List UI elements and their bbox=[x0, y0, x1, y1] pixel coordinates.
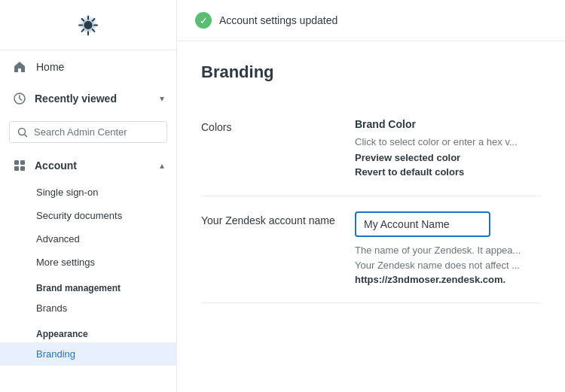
sidebar-home-label: Home bbox=[36, 61, 164, 73]
sidebar: Home Recently viewed ▾ Account bbox=[0, 0, 177, 392]
colors-setting-row: Colors Brand Color Click to select color… bbox=[201, 103, 541, 196]
account-name-input[interactable] bbox=[355, 211, 490, 237]
clock-icon bbox=[12, 91, 27, 106]
account-name-content: The name of your Zendesk. It appea... Yo… bbox=[355, 211, 541, 287]
sidebar-item-account[interactable]: Account ▴ bbox=[0, 150, 176, 181]
svg-rect-15 bbox=[20, 166, 25, 171]
svg-point-11 bbox=[19, 128, 26, 135]
appearance-label: Appearance bbox=[0, 320, 176, 342]
sidebar-item-security-documents[interactable]: Security documents bbox=[0, 204, 176, 227]
colors-label: Colors bbox=[201, 118, 337, 133]
hint-line1: The name of your Zendesk. It appea... bbox=[355, 245, 521, 256]
logo bbox=[0, 0, 176, 50]
sidebar-item-advanced[interactable]: Advanced bbox=[0, 227, 176, 251]
sidebar-item-recently-viewed[interactable]: Recently viewed ▾ bbox=[0, 84, 176, 114]
recently-viewed-label: Recently viewed bbox=[35, 93, 152, 105]
hint-url: https://z3ndmoser.zendesk.com. bbox=[355, 274, 505, 285]
search-input[interactable] bbox=[34, 126, 159, 138]
preview-color-action[interactable]: Preview selected color bbox=[355, 152, 541, 163]
notification-bar: ✓ Account settings updated bbox=[177, 0, 565, 41]
svg-point-9 bbox=[84, 21, 92, 29]
sidebar-item-home[interactable]: Home bbox=[0, 50, 176, 84]
brand-color-hint: Click to select color or enter a hex v..… bbox=[355, 136, 541, 147]
success-icon: ✓ bbox=[195, 12, 212, 29]
account-name-label: Your Zendesk account name bbox=[201, 211, 337, 226]
notification-text: Account settings updated bbox=[219, 14, 337, 26]
account-name-setting-row: Your Zendesk account name The name of yo… bbox=[201, 196, 541, 303]
grid-icon bbox=[12, 158, 27, 173]
colors-content: Brand Color Click to select color or ent… bbox=[355, 118, 541, 181]
page-body: Branding Colors Brand Color Click to sel… bbox=[177, 41, 565, 324]
sidebar-item-single-sign-on[interactable]: Single sign-on bbox=[0, 181, 176, 204]
sidebar-item-brands[interactable]: Brands bbox=[0, 296, 176, 320]
zendesk-logo-icon bbox=[70, 14, 106, 39]
page-title: Branding bbox=[201, 62, 541, 82]
brand-color-label: Brand Color bbox=[355, 118, 541, 130]
account-chevron: ▴ bbox=[160, 160, 164, 171]
svg-rect-13 bbox=[20, 160, 25, 165]
account-name-hint: The name of your Zendesk. It appea... Yo… bbox=[355, 243, 541, 287]
hint-line2: Your Zendesk name does not affect ... bbox=[355, 260, 520, 271]
search-container bbox=[0, 114, 176, 150]
revert-colors-action[interactable]: Revert to default colors bbox=[355, 166, 541, 178]
search-icon bbox=[17, 127, 28, 138]
sidebar-item-branding[interactable]: Branding bbox=[0, 342, 176, 366]
svg-rect-14 bbox=[14, 166, 19, 171]
account-section-label: Account bbox=[35, 160, 152, 172]
sidebar-item-more-settings[interactable]: More settings bbox=[0, 251, 176, 274]
account-submenu: Single sign-on Security documents Advanc… bbox=[0, 181, 176, 366]
home-icon bbox=[12, 59, 27, 74]
svg-rect-12 bbox=[14, 160, 19, 165]
brand-management-label: Brand management bbox=[0, 274, 176, 296]
main-content: ✓ Account settings updated Branding Colo… bbox=[177, 0, 565, 392]
search-box[interactable] bbox=[9, 121, 167, 143]
recently-viewed-chevron: ▾ bbox=[160, 93, 164, 104]
